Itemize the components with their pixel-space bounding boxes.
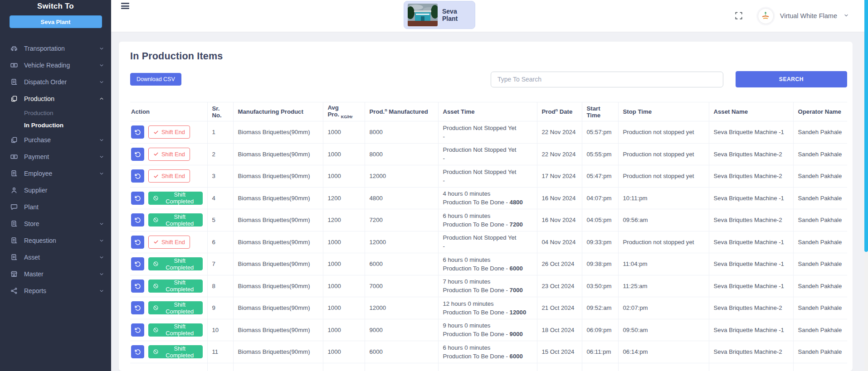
search-button[interactable]: SEARCH bbox=[736, 71, 847, 87]
action-cell: Shift Completed bbox=[130, 209, 207, 231]
sidebar-item-vehicle-reading[interactable]: Vehicle Reading bbox=[0, 57, 111, 73]
sidebar-item-label: Production bbox=[24, 95, 98, 102]
operator-name-cell: Sandeh Pakhale bbox=[793, 143, 847, 165]
operator-name-cell: Sandeh Pakhale bbox=[793, 165, 847, 188]
shift-completed-button[interactable]: Shift Completed bbox=[148, 279, 203, 293]
shift-completed-button[interactable]: Shift Completed bbox=[148, 301, 203, 314]
start-time-cell: 03:50:pm bbox=[582, 275, 618, 297]
shift-completed-button[interactable]: Shift Completed bbox=[148, 192, 203, 205]
history-button[interactable] bbox=[131, 301, 144, 314]
asset-time-target: 6000 bbox=[510, 353, 523, 360]
shift-end-label: Shift End bbox=[161, 239, 185, 246]
product-cell: Biomass Briquettes(90mm) bbox=[233, 341, 323, 363]
product-cell: Biomass Briquettes(90mm) bbox=[233, 253, 323, 275]
shift-completed-button[interactable]: Shift Completed bbox=[148, 213, 203, 226]
copy-icon bbox=[10, 95, 18, 103]
shift-end-button[interactable]: Shift End bbox=[148, 169, 190, 183]
stop-time-cell: 11:25:am bbox=[618, 275, 709, 297]
switch-plant-button[interactable]: Seva Plant bbox=[10, 15, 102, 28]
sidebar-item-production[interactable]: Production bbox=[0, 90, 111, 107]
col-avg-pro-unit: KG/Hr bbox=[341, 115, 353, 119]
asset-time-line1: 6 hours 0 minutes bbox=[443, 343, 532, 352]
table-row: Shift Completed8Biomass Briquettes(90mm)… bbox=[130, 275, 847, 297]
sidebar-item-employee[interactable]: Employee bbox=[0, 165, 111, 182]
chevron-down-icon bbox=[98, 170, 105, 177]
sidebar-item-reports[interactable]: Reports bbox=[0, 282, 111, 299]
product-cell: Biomass Briquettes(90mm) bbox=[233, 275, 323, 297]
user-menu-label[interactable]: Virtual White Flame bbox=[780, 12, 837, 19]
start-time-cell: 05:57:pm bbox=[582, 121, 618, 144]
chevron-down-icon[interactable] bbox=[844, 12, 849, 20]
file-icon bbox=[10, 169, 18, 178]
shift-completed-button[interactable]: Shift Completed bbox=[148, 323, 203, 337]
prod-date-cell: 16 Nov 2024 bbox=[537, 209, 582, 231]
asset-time-line2: Production To Be Done - 6000 bbox=[443, 264, 532, 273]
product-cell: Biomass Briquettes(90mm) bbox=[233, 187, 323, 209]
table-row: Shift End1Biomass Briquettes(90mm)100080… bbox=[130, 121, 847, 144]
chevron-down-icon bbox=[98, 221, 105, 227]
fullscreen-icon[interactable] bbox=[734, 11, 743, 20]
action-cell: Shift Completed bbox=[130, 341, 207, 363]
asset-time-line1: 4 hours 0 minutes bbox=[443, 189, 532, 198]
start-time-cell: 09:52:am bbox=[582, 297, 618, 319]
product-cell: Biomass Briquettes(90mm) bbox=[233, 143, 323, 165]
sidebar-subitem-production[interactable]: Production bbox=[0, 107, 111, 119]
sidebar-item-transportation[interactable]: Transportation bbox=[0, 40, 111, 57]
company-logo-avatar[interactable] bbox=[758, 8, 774, 24]
shift-completed-label: Shift Completed bbox=[161, 257, 198, 271]
hamburger-menu-icon[interactable] bbox=[121, 3, 129, 10]
sidebar-item-requestion[interactable]: Requestion bbox=[0, 232, 111, 249]
asset-time-target: 9000 bbox=[510, 331, 523, 337]
col-prod-date: Prodn Date bbox=[537, 102, 582, 121]
check-icon bbox=[153, 130, 159, 135]
product-cell: Biomass Briquettes(90mm) bbox=[233, 209, 323, 231]
manufactured-cell: 12000 bbox=[365, 165, 438, 188]
asset-time-line1: Production Not Stopped Yet bbox=[443, 168, 532, 176]
search-input[interactable] bbox=[491, 72, 723, 87]
sr-no-cell: 5 bbox=[207, 209, 233, 231]
history-button[interactable] bbox=[131, 169, 144, 183]
sidebar-item-asset[interactable]: Asset bbox=[0, 249, 111, 265]
history-button[interactable] bbox=[131, 125, 144, 139]
sidebar-subitem-in-production[interactable]: In Production bbox=[0, 119, 111, 131]
history-button[interactable] bbox=[131, 192, 144, 205]
sidebar-item-dispatch-order[interactable]: Dispatch Order bbox=[0, 73, 111, 90]
manufactured-cell: 4800 bbox=[365, 187, 438, 209]
plant-card[interactable]: Seva Plant bbox=[404, 1, 475, 29]
asset-time-line2: - bbox=[443, 176, 532, 185]
history-button[interactable] bbox=[131, 279, 144, 293]
sidebar-item-label: Master bbox=[24, 270, 98, 278]
history-button[interactable] bbox=[131, 345, 144, 358]
scrollbar-thumb[interactable] bbox=[864, 0, 868, 252]
prod-date-cell: 21 Oct 2024 bbox=[537, 297, 582, 319]
history-button[interactable] bbox=[131, 257, 144, 270]
sidebar-item-master[interactable]: Master bbox=[0, 265, 111, 282]
shift-completed-button[interactable]: Shift Completed bbox=[148, 257, 203, 270]
shift-end-button[interactable]: Shift End bbox=[148, 236, 190, 249]
shift-end-button[interactable]: Shift End bbox=[148, 125, 190, 139]
asset-time-cell: 7 hours 0 minutesProduction To Be Done -… bbox=[438, 275, 537, 297]
sidebar-item-label: Dispatch Order bbox=[24, 78, 98, 86]
sidebar-item-plant[interactable]: Plant bbox=[0, 198, 111, 215]
sidebar-item-label: Store bbox=[24, 220, 98, 227]
shift-completed-button[interactable]: Shift Completed bbox=[148, 345, 203, 358]
col-manufacturing-product: Manufacturing Product bbox=[233, 102, 323, 121]
history-button[interactable] bbox=[131, 236, 144, 249]
sidebar-item-payment[interactable]: Payment bbox=[0, 148, 111, 165]
copy-icon bbox=[10, 136, 18, 144]
shift-end-button[interactable]: Shift End bbox=[148, 148, 190, 161]
sidebar-item-label: Vehicle Reading bbox=[24, 62, 98, 69]
history-button[interactable] bbox=[131, 323, 144, 337]
history-button[interactable] bbox=[131, 148, 144, 161]
download-csv-button[interactable]: Download CSV bbox=[130, 73, 181, 86]
content-area: In Production Items Download CSV SEARCH … bbox=[111, 32, 868, 371]
asset-name-cell: Seva Briquttes Machine-2 bbox=[709, 297, 793, 319]
asset-time-cell: 6 hours 0 minutesProduction To Be Done -… bbox=[438, 253, 537, 275]
sidebar-item-purchase[interactable]: Purchase bbox=[0, 131, 111, 148]
page-scrollbar[interactable] bbox=[864, 0, 868, 371]
sidebar-item-supplier[interactable]: Supplier bbox=[0, 182, 111, 198]
sidebar-item-store[interactable]: Store bbox=[0, 215, 111, 232]
product-cell bbox=[233, 363, 323, 371]
asset-time-target: 12000 bbox=[510, 309, 527, 316]
history-button[interactable] bbox=[131, 213, 144, 226]
